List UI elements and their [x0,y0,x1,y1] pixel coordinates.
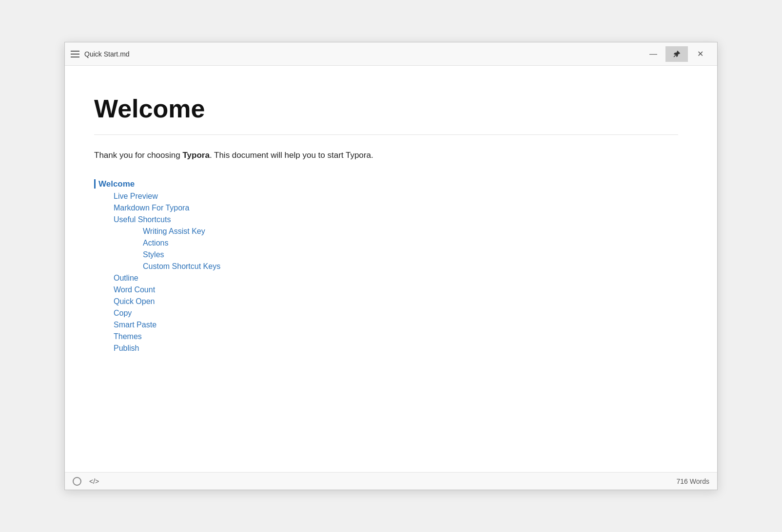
list-item: Quick Open [94,297,678,306]
list-item: Publish [94,344,678,353]
toc-link-actions[interactable]: Actions [94,239,678,247]
toc-link-word-count[interactable]: Word Count [94,285,678,294]
titlebar-controls: — ✕ [642,46,711,62]
hamburger-icon[interactable] [71,51,79,57]
table-of-contents: WelcomeLive PreviewMarkdown For TyporaUs… [94,179,678,353]
titlebar: Quick Start.md — ✕ [65,42,717,66]
statusbar-left: </> [73,477,99,486]
toc-link-copy[interactable]: Copy [94,309,678,318]
toc-link-custom-shortcut-keys[interactable]: Custom Shortcut Keys [94,262,678,271]
titlebar-left: Quick Start.md [71,50,130,58]
brand-name: Typora [182,151,209,160]
list-item: Copy [94,309,678,318]
list-item: Markdown For Typora [94,204,678,212]
toc-link-outline[interactable]: Outline [94,274,678,283]
list-item: Live Preview [94,192,678,201]
list-item: Themes [94,332,678,341]
pin-icon [673,50,681,58]
app-window: Quick Start.md — ✕ Welcome Thank you for… [64,42,718,490]
toc-link-themes[interactable]: Themes [94,332,678,341]
code-toggle[interactable]: </> [89,477,99,485]
content-area: Welcome Thank you for choosing Typora. T… [65,66,717,472]
toc-link-markdown-for-typora[interactable]: Markdown For Typora [94,204,678,212]
list-item: Word Count [94,285,678,294]
list-item: Outline [94,274,678,283]
toc-link-quick-open[interactable]: Quick Open [94,297,678,306]
word-count-display: 716 Words [677,477,709,485]
intro-paragraph: Thank you for choosing Typora. This docu… [94,149,678,162]
heading-divider [94,134,678,135]
toc-link-welcome[interactable]: Welcome [94,179,135,189]
svg-line-0 [674,55,676,57]
document-heading: Welcome [94,95,678,123]
list-item: Smart Paste [94,321,678,329]
toc-link-live-preview[interactable]: Live Preview [94,192,678,201]
list-item: Styles [94,250,678,259]
toc-link-smart-paste[interactable]: Smart Paste [94,321,678,329]
minimize-button[interactable]: — [642,46,665,62]
intro-text-after: . This document will help you to start T… [210,151,373,160]
intro-text-before: Thank you for choosing [94,151,182,160]
list-item: Welcome [94,179,678,189]
list-item: Actions [94,239,678,247]
list-item: Custom Shortcut Keys [94,262,678,271]
toc-link-writing-assist-key[interactable]: Writing Assist Key [94,227,678,236]
window-title: Quick Start.md [84,50,130,58]
close-button[interactable]: ✕ [689,46,711,62]
list-item: Writing Assist Key [94,227,678,236]
document-area: Welcome Thank you for choosing Typora. T… [65,66,717,472]
toc-link-styles[interactable]: Styles [94,250,678,259]
statusbar: </> 716 Words [65,472,717,490]
status-circle-icon[interactable] [73,477,81,486]
toc-link-useful-shortcuts[interactable]: Useful Shortcuts [94,215,678,224]
list-item: Useful Shortcuts [94,215,678,224]
pin-button[interactable] [665,46,688,62]
toc-link-publish[interactable]: Publish [94,344,678,353]
